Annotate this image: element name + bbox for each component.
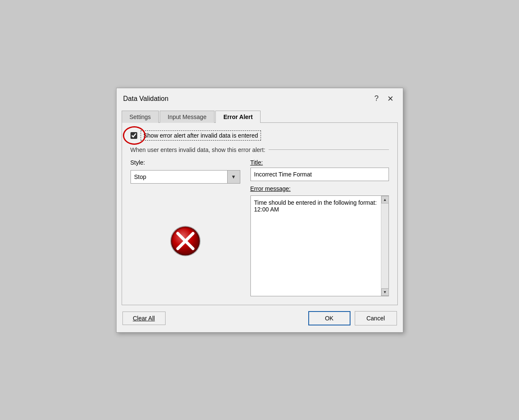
- scrollbar-track: ▲ ▼: [381, 196, 389, 296]
- scroll-down-btn[interactable]: ▼: [381, 288, 389, 296]
- scroll-up-btn[interactable]: ▲: [381, 196, 389, 203]
- error-textarea-wrapper: Time should be entered in the following …: [250, 195, 389, 296]
- cancel-button[interactable]: Cancel: [355, 311, 397, 325]
- tab-input-message[interactable]: Input Message: [160, 111, 215, 123]
- stop-icon-area: [130, 186, 240, 296]
- tab-settings[interactable]: Settings: [122, 111, 159, 123]
- style-select-value: Stop: [131, 171, 227, 183]
- title-input[interactable]: [250, 168, 389, 181]
- title-label: Title:: [250, 159, 389, 166]
- style-dropdown-arrow[interactable]: ▼: [227, 171, 240, 183]
- close-icon[interactable]: ✕: [385, 93, 396, 104]
- data-validation-dialog: Data Validation ? ✕ Settings Input Messa…: [116, 88, 403, 333]
- show-error-label[interactable]: Show error alert after invalid data is e…: [141, 130, 261, 141]
- show-error-row: Show error alert after invalid data is e…: [130, 130, 389, 141]
- style-select[interactable]: Stop ▼: [130, 170, 240, 184]
- style-label: Style:: [130, 159, 240, 166]
- ok-button[interactable]: OK: [308, 311, 351, 325]
- form-area: Style: Stop ▼: [130, 159, 389, 296]
- title-bar-controls: ? ✕: [372, 93, 396, 104]
- right-column: Title: Error message: Time should be ent…: [250, 159, 389, 296]
- tab-error-alert[interactable]: Error Alert: [215, 111, 261, 123]
- clear-all-button[interactable]: Clear All: [122, 312, 166, 325]
- footer: Clear All OK Cancel: [117, 305, 403, 332]
- tabs-row: Settings Input Message Error Alert: [122, 110, 398, 122]
- show-error-checkbox[interactable]: [130, 132, 137, 139]
- when-user-text: When user enters invalid data, show this…: [130, 146, 389, 153]
- error-message-label: Error message:: [250, 185, 389, 192]
- footer-right-buttons: OK Cancel: [308, 311, 397, 325]
- stop-icon: [168, 224, 202, 258]
- left-column: Style: Stop ▼: [130, 159, 240, 296]
- title-bar: Data Validation ? ✕: [117, 88, 403, 104]
- error-message-textarea[interactable]: Time should be entered in the following …: [251, 196, 381, 296]
- help-icon[interactable]: ?: [372, 93, 381, 104]
- tab-content-error-alert: Show error alert after invalid data is e…: [122, 122, 398, 305]
- error-message-area: Error message: Time should be entered in…: [250, 185, 389, 296]
- title-field-group: Title:: [250, 159, 389, 181]
- dialog-title: Data Validation: [123, 95, 168, 103]
- checkbox-circle-wrapper: [130, 132, 137, 139]
